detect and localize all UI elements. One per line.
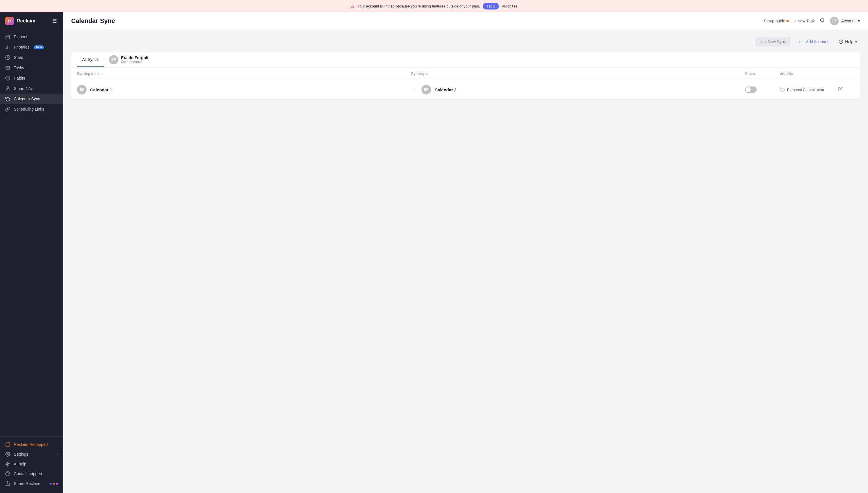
svg-point-9 — [7, 86, 8, 88]
chevron-down-icon: ▾ — [858, 19, 860, 23]
to-calendar-name: Calendar 2 — [435, 87, 457, 92]
share-icon — [5, 481, 10, 486]
new-sync-label: + New Sync — [764, 39, 786, 44]
from-cal-avatar: EF — [77, 85, 87, 94]
sidebar-logo[interactable]: R Reclaim ☰ — [0, 12, 63, 30]
sidebar-item-label: Planner — [14, 35, 27, 39]
dot-orange — [53, 483, 55, 485]
sort-icon: ↑ — [100, 72, 102, 76]
svg-point-14 — [7, 454, 8, 455]
sidebar-item-stats[interactable]: Stats — [0, 52, 63, 63]
sidebar-menu-button[interactable]: ☰ — [51, 17, 58, 25]
tab-avatar: EF — [109, 55, 118, 64]
sidebar-item-label: Priorities — [14, 45, 29, 49]
sidebar-nav: Planner Priorities New Stats Tasks Habit — [0, 30, 63, 436]
sidebar-item-contact-support[interactable]: Contact support — [0, 469, 63, 479]
table-row: EF Calendar 1 → EF Calendar 2 — [71, 80, 860, 100]
sidebar-item-scheduling-links[interactable]: Scheduling Links — [0, 104, 63, 114]
sidebar-item-label: Habits — [14, 76, 25, 81]
account-label: Account — [841, 19, 856, 23]
sidebar-item-label: AI help — [14, 462, 26, 466]
col-header-status: Status — [745, 71, 780, 76]
chevron-down-icon: ▾ — [855, 39, 857, 44]
sidebar-item-label: Settings — [14, 452, 28, 456]
svg-marker-15 — [6, 462, 10, 466]
edit-button[interactable] — [837, 86, 844, 94]
habits-icon — [5, 76, 10, 81]
sidebar-item-label: Share Reclaim — [14, 481, 40, 486]
col-syncing-from-label: Syncing from — [77, 71, 99, 76]
warning-icon: ⚠ — [350, 3, 355, 9]
tabs-container: All Syncs EF Eraldo Forgoli Main Account — [71, 52, 860, 100]
sidebar-item-tasks[interactable]: Tasks — [0, 63, 63, 73]
sidebar-item-calendar-sync[interactable]: Calendar Sync — [0, 94, 63, 104]
banner-message: Your account is limited because you're u… — [357, 4, 480, 8]
account-limit-banner: ⚠ Your account is limited because you're… — [0, 0, 868, 12]
search-icon — [820, 18, 825, 23]
bar-chart-icon — [5, 45, 10, 50]
gear-icon — [5, 452, 10, 457]
tab-account-sub: Main Account — [121, 60, 149, 64]
sidebar-item-label: Calendar Sync — [14, 97, 40, 101]
content-area: + + New Sync + + Add Account Help ▾ All … — [63, 30, 868, 493]
account-button[interactable]: EF Account ▾ — [830, 17, 860, 25]
circle-question-icon — [5, 471, 10, 476]
avatar: EF — [830, 17, 839, 25]
logo-icon: R — [5, 17, 14, 25]
status-toggle[interactable] — [745, 86, 757, 93]
eye-off-icon — [780, 87, 785, 92]
search-button[interactable] — [820, 18, 825, 24]
fix-it-button[interactable]: Fix it — [483, 3, 499, 9]
new-sync-button[interactable]: + + New Sync — [755, 37, 791, 46]
sidebar-item-ai-help[interactable]: AI help — [0, 459, 63, 469]
arrow-right-icon: → — [411, 87, 416, 92]
plus-icon: + — [760, 39, 763, 44]
share-dots — [50, 483, 58, 485]
help-label: Help — [845, 39, 853, 44]
toolbar-row: + + New Sync + + Add Account Help ▾ — [71, 37, 860, 46]
sidebar-item-habits[interactable]: Habits — [0, 73, 63, 83]
sidebar-item-settings[interactable]: Settings › — [0, 449, 63, 459]
help-button[interactable]: Help ▾ — [836, 37, 860, 46]
tabs-header: All Syncs EF Eraldo Forgoli Main Account — [71, 52, 860, 67]
to-cal-avatar: EF — [421, 85, 431, 94]
cell-visibility: Personal Commitment — [780, 87, 837, 92]
from-calendar-name: Calendar 1 — [90, 87, 112, 92]
header: Calendar Sync Setup guide + New Task EF … — [63, 12, 868, 30]
plus-icon: + — [799, 39, 801, 44]
sidebar-item-smart-1-1s[interactable]: Smart 1:1s — [0, 83, 63, 94]
col-header-syncing-to: Syncing to — [411, 71, 745, 76]
sidebar-item-priorities[interactable]: Priorities New — [0, 42, 63, 52]
main-content: Calendar Sync Setup guide + New Task EF … — [63, 12, 868, 493]
tab-account[interactable]: EF Eraldo Forgoli Main Account — [104, 52, 154, 67]
add-account-button[interactable]: + + Add Account — [795, 37, 832, 46]
dot-purple — [56, 483, 58, 485]
table-header-row: Syncing from ↑ Syncing to Status Visibil… — [71, 67, 860, 80]
sync-table: Syncing from ↑ Syncing to Status Visibil… — [71, 67, 860, 100]
stats-icon — [5, 55, 10, 60]
setup-dot — [786, 20, 789, 22]
help-circle-icon — [839, 39, 843, 44]
header-right: Setup guide + New Task EF Account ▾ — [764, 17, 860, 25]
page-title: Calendar Sync — [71, 17, 115, 25]
sidebar-item-planner[interactable]: Planner — [0, 31, 63, 42]
logo-text: Reclaim — [17, 18, 35, 24]
sidebar-item-label: Reclaim Recapped — [14, 442, 48, 447]
svg-rect-0 — [6, 35, 10, 39]
sidebar-item-label: Scheduling Links — [14, 107, 44, 111]
col-header-syncing-from: Syncing from ↑ — [77, 71, 411, 76]
setup-guide-button[interactable]: Setup guide — [764, 19, 789, 23]
new-task-button[interactable]: + New Task — [794, 19, 815, 23]
tasks-icon — [5, 65, 10, 70]
cell-from-calendar: EF Calendar 1 — [77, 85, 411, 94]
sidebar-item-share-reclaim[interactable]: Share Reclaim — [0, 479, 63, 488]
purchase-button[interactable]: Purchase — [502, 4, 518, 8]
tab-all-syncs[interactable]: All Syncs — [77, 52, 104, 67]
add-account-label: + Add Account — [803, 39, 828, 44]
link-icon — [5, 107, 10, 112]
toggle-thumb — [746, 87, 751, 92]
ai-icon — [5, 462, 10, 467]
pencil-icon — [838, 87, 843, 91]
col-header-visibility: Visibility — [780, 71, 837, 76]
sidebar-item-reclaim-recapped[interactable]: Reclaim Recapped — [0, 440, 63, 449]
